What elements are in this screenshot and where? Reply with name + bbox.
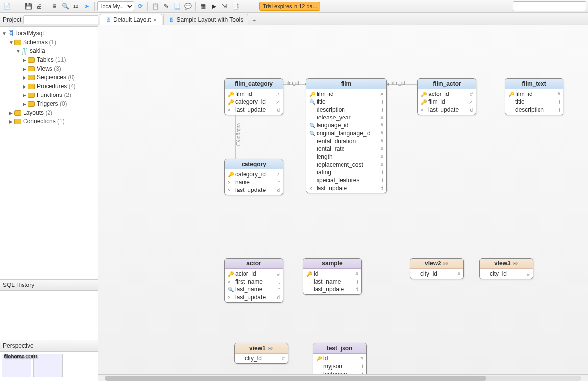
entity-view3[interactable]: view3 👓city_id# (479, 258, 533, 279)
edit-icon[interactable]: ✎ (161, 1, 171, 11)
entity-header[interactable]: sample (303, 259, 361, 269)
column-row[interactable]: 🔑actor_id# (225, 270, 283, 278)
tree-item-procedures[interactable]: ▶Procedures (4) (0, 82, 98, 91)
tree-item-sequences[interactable]: ▶Sequences (0) (0, 73, 98, 82)
column-row[interactable]: rental_rate# (306, 145, 386, 153)
column-row[interactable]: rental_duration# (306, 137, 386, 145)
column-row[interactable]: replacement_cost# (306, 161, 386, 168)
print-icon[interactable]: 🖨 (34, 1, 44, 11)
tree-root[interactable]: ▼🗄localMysql (0, 29, 98, 38)
tree-db[interactable]: ▼∭sakila (0, 47, 98, 55)
trial-badge[interactable]: Trial expires in 12 da... (259, 2, 320, 11)
column-row[interactable]: 🔑id# (303, 270, 361, 278)
more-icon[interactable]: ⋯ (13, 1, 23, 11)
entity-header[interactable]: actor (225, 259, 283, 269)
entity-view2[interactable]: view2 👓city_id# (410, 258, 464, 279)
connection-combo[interactable]: localMy... (97, 1, 134, 11)
column-row[interactable]: titlet (505, 98, 563, 106)
tree-item-views[interactable]: ▶Views (3) (0, 64, 98, 73)
column-row[interactable]: ×first_namet (225, 278, 283, 286)
forward-icon[interactable]: ➤ (82, 1, 92, 11)
entity-header[interactable]: film_category (225, 79, 283, 89)
column-row[interactable]: city_id# (235, 355, 288, 362)
entity-header[interactable]: view3 👓 (480, 259, 533, 269)
tree-connections[interactable]: ▶ Connections (1) (0, 117, 98, 126)
entity-film_actor[interactable]: film_actor🔑actor_id#🔑film_id↗×last_updat… (417, 78, 476, 115)
entity-film[interactable]: film🔑film_id↗🔍titletdescriptiontrelease_… (306, 78, 387, 193)
column-row[interactable]: city_id# (480, 270, 533, 278)
entity-category[interactable]: category🔑category_id↗×namet×last_updated (224, 159, 283, 195)
entity-view1[interactable]: view1 👓city_id# (234, 343, 288, 364)
sql-icon[interactable]: 📋 (150, 1, 160, 11)
column-row[interactable]: ×last_updated (225, 186, 283, 194)
column-row[interactable]: ×last_updated (306, 184, 386, 192)
copy-icon[interactable]: 📑 (230, 1, 240, 11)
refresh-icon[interactable]: ⟳ (135, 1, 145, 11)
column-row[interactable]: 🔑film_id# (505, 90, 563, 98)
column-row[interactable]: ×last_updated (225, 293, 283, 301)
tree-item-tables[interactable]: ▶Tables (11) (0, 55, 98, 64)
entity-header[interactable]: test_json (313, 343, 366, 354)
column-row[interactable]: descriptiont (306, 106, 386, 114)
er-canvas[interactable]: film_category🔑film_id↗🔑category_id↗×last… (98, 25, 588, 374)
zoom-icon[interactable]: 🔍 (60, 1, 70, 11)
column-row[interactable]: release_year# (306, 114, 386, 121)
entity-header[interactable]: film (306, 79, 386, 89)
entity-sample[interactable]: sample🔑id#last_nametlast_updated (303, 258, 362, 295)
column-row[interactable]: ×namet (225, 178, 283, 186)
column-row[interactable]: 🔑category_id↗ (225, 170, 283, 178)
tree-layouts[interactable]: ▶ Layouts (2) (0, 108, 98, 117)
entity-header[interactable]: view1 👓 (235, 343, 288, 354)
column-row[interactable]: myjsont (313, 362, 366, 370)
column-row[interactable]: 🔑film_id↗ (225, 90, 283, 98)
column-row[interactable]: 🔑film_id↗ (306, 90, 386, 98)
column-row[interactable]: 🔑id# (313, 355, 366, 362)
column-row[interactable]: last_updated (303, 286, 361, 293)
tree-item-triggers[interactable]: ▶Triggers (0) (0, 99, 98, 108)
column-row[interactable]: ×last_updated (225, 106, 283, 114)
sql-history-header[interactable]: SQL History (0, 280, 98, 291)
save-icon[interactable]: 💾 (24, 1, 33, 11)
tab-close-icon[interactable]: ✕ (153, 17, 157, 23)
column-row[interactable]: 🔍original_language_id# (306, 129, 386, 137)
global-search-input[interactable] (513, 1, 586, 11)
comment-icon[interactable]: 💬 (183, 1, 193, 11)
column-row[interactable]: length# (306, 153, 386, 161)
entity-film_text[interactable]: film_text🔑film_id#titletdescriptiont (505, 78, 564, 115)
new-icon[interactable]: 📄 (2, 1, 12, 11)
exec-icon[interactable]: ▶ (209, 1, 219, 11)
column-row[interactable]: 🔑category_id↗ (225, 98, 283, 106)
number-icon[interactable]: 12 (71, 1, 81, 11)
tree-schemas[interactable]: ▼ Schemas (1) (0, 38, 98, 47)
export-icon[interactable]: ⇲ (220, 1, 229, 11)
project-search-input[interactable] (23, 15, 101, 24)
table-icon[interactable]: ▦ (198, 1, 208, 11)
column-row[interactable]: 🔍last_namet (225, 286, 283, 293)
layout-icon[interactable]: 🖥 (49, 1, 59, 11)
column-row[interactable]: descriptiont (505, 106, 563, 114)
entity-header[interactable]: film_actor (418, 79, 476, 89)
tab-default-layout[interactable]: 🖥Default Layout✕ (100, 14, 162, 25)
entity-header[interactable]: view2 👓 (410, 259, 463, 269)
column-row[interactable]: 🔍titlet (306, 98, 386, 106)
column-row[interactable]: 🔍language_id# (306, 121, 386, 129)
entity-header[interactable]: category (225, 159, 283, 169)
entity-actor[interactable]: actor🔑actor_id#×first_namet🔍last_namet×l… (224, 258, 283, 303)
column-row[interactable]: ratingt (306, 168, 386, 176)
entity-test_json[interactable]: test_json🔑id#myjsontlastnamet (313, 343, 367, 374)
perspective-thumb-2[interactable] (33, 354, 63, 377)
column-row[interactable]: ×last_updated (418, 106, 476, 114)
entity-header[interactable]: film_text (505, 79, 563, 89)
tree-item-functions[interactable]: ▶Functions (2) (0, 91, 98, 99)
column-row[interactable]: last_namet (303, 278, 361, 286)
horizontal-scrollbar[interactable] (98, 374, 588, 381)
column-row[interactable]: 🔑film_id↗ (418, 98, 476, 106)
tab-add-button[interactable]: + (249, 16, 259, 25)
more2-icon[interactable]: ⋯ (245, 1, 255, 11)
tab-sample-layout-with-tools[interactable]: 🖥Sample Layout with Tools (163, 14, 248, 25)
column-row[interactable]: city_id# (410, 270, 463, 278)
column-row[interactable]: 🔑actor_id# (418, 90, 476, 98)
column-row[interactable]: special_featurest (306, 176, 386, 184)
script-icon[interactable]: 📃 (172, 1, 182, 11)
entity-film_category[interactable]: film_category🔑film_id↗🔑category_id↗×last… (224, 78, 283, 115)
